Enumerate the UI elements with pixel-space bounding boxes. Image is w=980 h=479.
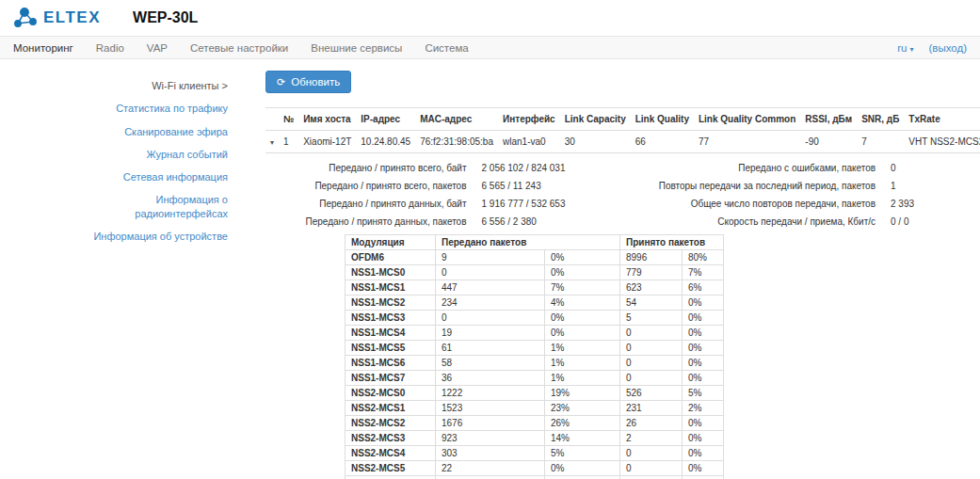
stat-label: Передано / принято всего, пакетов <box>265 181 482 191</box>
modulation-tx-pct: 1% <box>545 371 620 386</box>
nav-tab-4[interactable]: Внешние сервисы <box>311 42 402 54</box>
modulation-rx-count: 0 <box>620 341 683 356</box>
nav-tab-5[interactable]: Система <box>425 42 468 54</box>
client-cell: wlan1-va0 <box>498 131 560 153</box>
client-col-header: № <box>279 108 298 131</box>
modulation-tx-count: 1523 <box>436 401 545 416</box>
refresh-button[interactable]: ⟳ Обновить <box>265 71 351 93</box>
modulation-row: NSS1-MCS7361%00% <box>345 371 724 386</box>
modulation-rx-count: 26 <box>620 416 683 431</box>
stat-label: Передано / принято данных, байт <box>265 199 482 209</box>
modulation-tx-count: 447 <box>436 280 545 295</box>
sidebar-item-0[interactable]: Wi-Fi клиенты > <box>0 74 243 97</box>
wifi-clients-table: №Имя хостаIP-адресMAC-адресИнтерфейсLink… <box>265 107 980 153</box>
stats-column-right: Передано с ошибками, пакетов0Повторы пер… <box>623 163 980 234</box>
sidebar-item-3[interactable]: Журнал событий <box>0 143 243 166</box>
modulation-rx-pct: 0% <box>683 461 724 476</box>
modulation-tx-count: 61 <box>436 341 545 356</box>
client-col-header: Имя хоста <box>298 108 356 131</box>
modulation-rx-pct: 80% <box>683 250 724 265</box>
sidebar-item-5[interactable]: Информация о радиоинтерфейсах <box>0 188 243 225</box>
stat-value: 0 / 0 <box>891 216 980 227</box>
modulation-rx-pct: 0% <box>683 416 724 431</box>
logo-text: ELTEX <box>43 8 101 27</box>
stat-label: Скорость передачи / приема, Кбит/с <box>623 216 892 227</box>
language-selector[interactable]: ru▾ <box>897 42 913 54</box>
modulation-tx-pct: 5% <box>545 446 620 461</box>
refresh-button-label: Обновить <box>291 76 340 88</box>
modulation-tx-pct: 0% <box>545 461 620 476</box>
modulation-rx-count: 231 <box>620 401 683 416</box>
modulation-tx-pct: 23% <box>545 401 620 416</box>
sidebar-item-1[interactable]: Статистика по трафику <box>0 97 243 120</box>
modulation-rx-pct: 7% <box>683 265 724 280</box>
main-panel: ⟳ Обновить №Имя хостаIP-адресMAC-адресИн… <box>243 59 980 479</box>
modulation-row: NSS2-MCS2167626%260% <box>345 416 724 431</box>
modulation-tx-count: 0 <box>436 265 545 280</box>
modulation-rx-count: 0 <box>620 461 683 476</box>
expand-cell: ▾ <box>265 131 279 153</box>
stat-label: Передано / принято всего, байт <box>265 163 482 173</box>
modulation-tx-count: 303 <box>436 446 545 461</box>
sidebar-item-4[interactable]: Сетевая информация <box>0 166 243 188</box>
modulation-rx-count: 526 <box>620 386 683 401</box>
client-cell: 1 <box>279 131 298 153</box>
main-nav: МониторингRadioVAPСетевые настройкиВнешн… <box>0 36 980 59</box>
collapse-row-icon[interactable]: ▾ <box>270 138 274 147</box>
nav-tab-3[interactable]: Сетевые настройки <box>190 42 288 54</box>
stat-row: Скорость передачи / приема, Кбит/с0 / 0 <box>623 216 980 227</box>
client-row[interactable]: ▾1Xiaomi-12T10.24.80.4576:f2:31:98:05:ba… <box>265 131 980 153</box>
tx-packets-col-header: Передано пакетов <box>436 235 620 250</box>
client-col-header: Link Quality Common <box>694 108 800 131</box>
modulation-header-row: Модуляция Передано пакетов Принято пакет… <box>345 235 724 250</box>
stat-label: Передано с ошибками, пакетов <box>623 163 892 173</box>
modulation-name: NSS1-MCS3 <box>345 311 436 326</box>
modulation-rx-count: 5 <box>620 311 683 326</box>
stat-value: 0 <box>891 163 980 173</box>
modulation-row: NSS2-MCS1152323%2312% <box>345 401 724 416</box>
modulation-rx-count: 0 <box>620 326 683 341</box>
eltex-logo: ELTEX <box>11 7 101 29</box>
stat-row: Передано / принято всего, байт2 056 102 … <box>265 163 623 173</box>
modulation-rx-count: 8996 <box>620 250 683 265</box>
language-label: ru <box>897 42 907 54</box>
modulation-name: NSS2-MCS5 <box>345 461 436 476</box>
modulation-rx-pct: 0% <box>683 326 724 341</box>
modulation-name: NSS2-MCS9 <box>345 476 436 479</box>
modulation-name: NSS2-MCS2 <box>345 416 436 431</box>
nav-tab-0[interactable]: Мониторинг <box>13 42 73 54</box>
modulation-name: NSS1-MCS0 <box>345 265 436 280</box>
eltex-molecule-icon <box>11 7 40 29</box>
client-col-header: MAC-адрес <box>415 108 498 131</box>
logout-link[interactable]: (выход) <box>928 42 967 54</box>
modulation-tx-pct: 4% <box>545 295 620 311</box>
modulation-tx-pct: 0% <box>545 311 620 326</box>
modulation-rx-pct: 6% <box>683 280 724 295</box>
modulation-rx-count: 54 <box>620 295 683 311</box>
sidebar-item-6[interactable]: Информация об устройстве <box>0 225 243 247</box>
modulation-row: NSS1-MCS4190%00% <box>345 326 724 341</box>
sidebar-item-2[interactable]: Сканирование эфира <box>0 120 243 143</box>
chevron-down-icon: ▾ <box>909 45 913 54</box>
modulation-tx-count: 19 <box>436 326 545 341</box>
nav-tab-1[interactable]: Radio <box>96 42 124 54</box>
stat-value: 6 556 / 2 380 <box>482 216 623 227</box>
modulation-tx-count: 0 <box>436 311 545 326</box>
modulation-rx-count: 0 <box>620 446 683 461</box>
modulation-row: NSS1-MCS5611%00% <box>345 341 724 356</box>
modulation-tx-pct: 1% <box>545 341 620 356</box>
modulation-rx-count: 623 <box>620 280 683 295</box>
client-cell: VHT NSS2-MCS2 39 <box>904 131 980 153</box>
modulation-table: Модуляция Передано пакетов Принято пакет… <box>345 234 724 479</box>
nav-tab-2[interactable]: VAP <box>147 42 168 54</box>
client-cell: -90 <box>800 131 857 153</box>
modulation-rx-count: 0 <box>620 371 683 386</box>
app-header: ELTEX WEP-30L <box>0 0 980 36</box>
modulation-tx-pct: 14% <box>545 431 620 446</box>
modulation-rx-pct: 0% <box>683 341 724 356</box>
modulation-row: NSS1-MCS14477%6236% <box>345 280 724 295</box>
modulation-rx-count: 0 <box>620 476 683 479</box>
modulation-name: NSS1-MCS1 <box>345 280 436 295</box>
modulation-tx-pct: 1% <box>545 356 620 371</box>
modulation-row: NSS1-MCS300%50% <box>345 311 724 326</box>
